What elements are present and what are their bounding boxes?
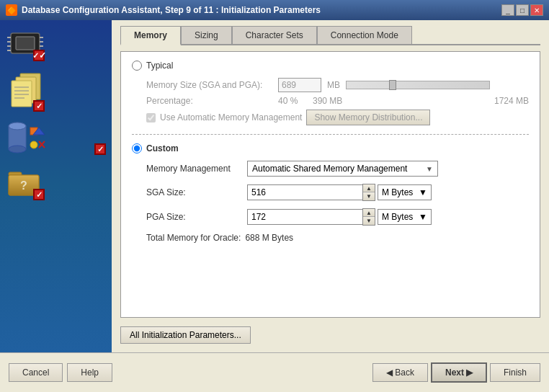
sga-unit: M Bytes [382,187,413,197]
percentage-value: 40 % [278,96,307,106]
auto-memory-row: Use Automatic Memory Management Show Mem… [146,110,529,125]
database-icon [7,120,27,155]
range-low: 390 MB [313,96,356,106]
sga-size-row: SGA Size: ▲ ▼ M Bytes ▼ [132,184,529,201]
range-high: 1724 MB [471,96,529,106]
show-distribution-button[interactable]: Show Memory Distribution... [306,110,430,125]
pga-label: PGA Size: [146,212,240,222]
cancel-button[interactable]: Cancel [9,363,63,382]
typical-radio-row: Typical [132,61,529,71]
tab-bar: Memory Sizing Character Sets Connection … [120,26,540,45]
finish-button[interactable]: Finish [490,363,540,382]
svg-point-20 [9,122,26,130]
sidebar-item-chip: ✓ [7,27,104,61]
memory-size-row: Memory Size (SGA and PGA): MB [146,78,529,92]
title-bar: 🔶 Database Configuration Assistant, Step… [0,0,549,20]
total-value: 688 M Bytes [245,233,293,243]
memory-management-dropdown[interactable]: Automatic Shared Memory Management ▼ [247,161,438,177]
percentage-row: Percentage: 40 % 390 MB 1724 MB [146,96,529,106]
app-icon: 🔶 [6,4,17,16]
pga-down-button[interactable]: ▼ [363,217,375,225]
window-title: Database Configuration Assistant, Step 9… [22,5,321,15]
bottom-right-buttons: ◀ Back Next ▶ Finish [372,362,540,383]
sga-input-group: ▲ ▼ M Bytes ▼ [247,184,432,201]
auto-memory-label: Use Automatic Memory Management [160,112,302,122]
bottom-bar: Cancel Help ◀ Back Next ▶ Finish [0,352,549,392]
auto-memory-checkbox[interactable] [146,113,156,122]
memory-size-label: Memory Size (SGA and PGA): [146,80,272,90]
pga-up-button[interactable]: ▲ [363,209,375,217]
memory-slider[interactable] [346,81,490,89]
custom-radio[interactable] [132,143,142,153]
pga-size-row: PGA Size: ▲ ▼ M Bytes ▼ [132,208,529,226]
typical-radio[interactable] [132,61,142,71]
typical-options: Memory Size (SGA and PGA): MB Percentage… [132,78,529,125]
next-button[interactable]: Next ▶ [431,362,487,383]
help-button[interactable]: Help [67,363,112,382]
all-init-params-button[interactable]: All Initialization Parameters... [120,326,251,344]
pga-input-group: ▲ ▼ M Bytes ▼ [247,208,432,226]
sidebar-item-folder: ? ✓ [7,164,104,200]
custom-label: Custom [146,143,179,153]
sga-input[interactable] [247,184,362,200]
typical-label: Typical [146,61,173,71]
tab-character-sets[interactable]: Character Sets [232,26,317,44]
dropdown-arrow-icon: ▼ [426,165,433,173]
bottom-left-buttons: Cancel Help [9,363,112,382]
sga-up-button[interactable]: ▲ [363,184,375,192]
memory-management-row: Memory Management Automatic Shared Memor… [132,161,529,177]
sidebar-item-documents: ✓ [7,70,104,112]
memory-management-label: Memory Management [146,164,240,174]
back-label: Back [395,368,414,378]
back-button[interactable]: ◀ Back [372,363,428,382]
svg-point-23 [30,141,37,148]
next-arrow-icon: ▶ [466,368,473,378]
pga-unit: M Bytes [382,212,413,222]
back-arrow-icon: ◀ [386,368,393,378]
sga-spinner: ▲ ▼ [362,184,375,201]
sga-unit-arrow-icon: ▼ [419,187,427,197]
total-label: Total Memory for Oracle: [146,233,241,243]
close-button[interactable]: ✕ [530,4,543,16]
minimize-button[interactable]: _ [501,4,514,16]
svg-text:?: ? [20,179,27,192]
pga-spinner: ▲ ▼ [362,208,375,226]
divider [132,134,529,135]
svg-point-19 [9,146,26,153]
maximize-button[interactable]: □ [516,4,529,16]
total-memory-row: Total Memory for Oracle: 688 M Bytes [132,233,529,243]
sga-unit-dropdown[interactable]: M Bytes ▼ [378,184,432,200]
slider-container [346,81,529,89]
tab-sizing[interactable]: Sizing [181,26,232,44]
shapes-icon [29,120,46,155]
pga-input[interactable] [247,209,362,225]
custom-radio-row: Custom [132,143,529,153]
sga-down-button[interactable]: ▼ [363,192,375,200]
sga-label: SGA Size: [146,187,240,197]
svg-rect-12 [12,81,32,107]
memory-size-unit: MB [327,80,340,90]
next-label: Next [445,368,464,378]
memory-management-value: Automatic Shared Memory Management [252,164,407,174]
percentage-label: Percentage: [146,96,272,106]
tab-connection-mode[interactable]: Connection Mode [317,26,412,44]
sidebar-item-database: ✓ [7,120,104,155]
svg-rect-1 [16,37,35,50]
right-panel: Memory Sizing Character Sets Connection … [112,20,549,352]
pga-unit-arrow-icon: ▼ [419,212,427,222]
content-area: Typical Memory Size (SGA and PGA): MB Pe… [120,51,540,318]
sidebar: ✓ ✓ [0,20,112,352]
memory-size-input[interactable] [278,78,321,92]
tab-memory[interactable]: Memory [120,26,181,45]
pga-unit-dropdown[interactable]: M Bytes ▼ [378,209,432,225]
